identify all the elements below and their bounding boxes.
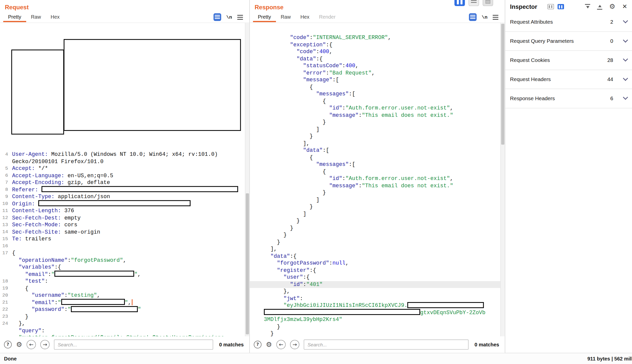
- redaction-box: [42, 186, 238, 192]
- code-line: ]: [250, 126, 505, 133]
- http-message-editor: Request Pretty Raw Hex \n fuZ04fNeZPoLre…: [0, 0, 632, 364]
- word-wrap-toggle-icon[interactable]: [469, 13, 476, 21]
- gear-icon[interactable]: ⚙: [609, 3, 615, 10]
- code-line: {: [250, 84, 505, 91]
- line-number: [0, 334, 11, 336]
- response-scrollbar[interactable]: [500, 23, 505, 336]
- line-number: 14: [0, 229, 11, 236]
- collapse-all-icon[interactable]: [585, 4, 590, 9]
- code-line: "id":"Auth.form.error.user.not-exist",: [250, 105, 505, 112]
- inspector-view-filled-icon[interactable]: [557, 4, 564, 9]
- code-line: ]: [250, 210, 505, 217]
- request-scrollbar[interactable]: [245, 23, 250, 336]
- code-line: }: [250, 119, 505, 126]
- code-line: "statusCode":400,: [250, 62, 505, 69]
- line-number: [0, 158, 11, 165]
- inspector-view-outline-icon[interactable]: [547, 4, 554, 9]
- redaction-box: [55, 271, 134, 277]
- help-icon[interactable]: ?: [254, 341, 261, 348]
- inspector-section-label: Request Cookies: [510, 57, 600, 63]
- code-line: }: [250, 133, 505, 140]
- code-line: "query":: [0, 327, 249, 334]
- code-line: "operationName":"forgotPassword",: [0, 257, 249, 264]
- response-search-input[interactable]: [304, 340, 469, 350]
- redaction-box: [64, 39, 241, 131]
- inspector-header-tools: ⚙ ✕: [585, 3, 627, 10]
- request-editor[interactable]: fuZ04fNeZPoLreq CGhxmOoQ8WXmtL4 4User-Ag…: [0, 23, 249, 336]
- inspector-sections: Request Attributes2Request Query Paramet…: [505, 13, 632, 108]
- line-number: 23: [0, 313, 11, 320]
- code-line: ],: [250, 246, 505, 253]
- expand-all-icon[interactable]: [597, 4, 602, 9]
- layout-single-icon[interactable]: [483, 0, 493, 6]
- response-tab-pretty[interactable]: Pretty: [253, 12, 276, 22]
- search-next-button[interactable]: →: [40, 340, 50, 349]
- text-cursor: [132, 300, 132, 306]
- close-icon[interactable]: ✕: [622, 4, 627, 10]
- code-line: }: [250, 217, 505, 225]
- response-scrollbar-thumb[interactable]: [501, 24, 504, 144]
- code-line: "jwt":: [250, 295, 505, 302]
- line-number: 20: [0, 292, 11, 299]
- response-tab-hex[interactable]: Hex: [296, 12, 314, 22]
- inspector-section-count: 0: [600, 38, 613, 44]
- search-prev-button[interactable]: ←: [276, 340, 286, 349]
- request-tab-hex[interactable]: Hex: [46, 12, 64, 22]
- code-line: 10Origin:: [0, 200, 249, 207]
- inspector-section-label: Request Query Parameters: [510, 38, 600, 44]
- show-newlines-toggle[interactable]: \n: [482, 14, 487, 20]
- response-tab-tools: \n: [469, 13, 502, 21]
- code-line: 17{: [0, 250, 249, 257]
- code-line: 22 "password":"": [0, 306, 249, 313]
- word-wrap-toggle-icon[interactable]: [213, 13, 221, 21]
- code-line: 18 "test":: [0, 278, 249, 285]
- inspector-section-request-cookies[interactable]: Request Cookies28: [505, 51, 632, 70]
- code-line: }: [250, 323, 505, 330]
- inspector-section-request-attributes[interactable]: Request Attributes2: [505, 13, 632, 32]
- code-line: "messages":[: [250, 161, 505, 168]
- code-line: }: [250, 232, 505, 239]
- inspector-section-response-headers[interactable]: Response Headers6: [505, 89, 632, 108]
- show-newlines-toggle[interactable]: \n: [226, 14, 232, 20]
- code-line: "user":{: [250, 274, 505, 281]
- gear-icon[interactable]: ⚙: [266, 341, 272, 348]
- code-line: }: [250, 239, 505, 246]
- line-number: 22: [0, 306, 11, 313]
- inspector-section-request-headers[interactable]: Request Headers44: [505, 70, 632, 89]
- code-line: 7Accept-Encoding: gzip, deflate: [0, 179, 249, 186]
- help-icon[interactable]: ?: [4, 341, 12, 348]
- request-tab-pretty[interactable]: Pretty: [3, 12, 26, 22]
- code-line: Gecko/20100101 Firefox/101.0: [0, 158, 249, 165]
- response-tab-raw[interactable]: Raw: [276, 12, 295, 22]
- request-panel: Request Pretty Raw Hex \n fuZ04fNeZPoLre…: [0, 0, 250, 353]
- code-line: 3MDlfjx3mzwL39ybHp2Krs4": [250, 316, 505, 323]
- redaction-box: [71, 306, 138, 312]
- request-tab-raw[interactable]: Raw: [26, 12, 46, 22]
- code-line: "register":{: [250, 267, 505, 274]
- layout-columns-icon[interactable]: [454, 0, 465, 6]
- line-number: 6: [0, 172, 11, 179]
- search-next-button[interactable]: →: [290, 340, 299, 349]
- layout-rows-icon[interactable]: [469, 0, 479, 6]
- search-prev-button[interactable]: ←: [27, 340, 36, 349]
- editor-menu-icon[interactable]: [493, 15, 498, 19]
- gear-icon[interactable]: ⚙: [16, 341, 22, 348]
- code-line: "forgotPassword":null,: [250, 260, 505, 267]
- code-line: "mutation forgotPassword($email: String!…: [0, 334, 249, 336]
- response-tab-render[interactable]: Render: [314, 12, 340, 22]
- line-number: [0, 257, 11, 264]
- line-number: [0, 327, 11, 334]
- code-line: 9Content-Type: application/json: [0, 193, 249, 200]
- response-editor[interactable]: "code":"INTERNAL_SERVER_ERROR", "excepti…: [250, 23, 505, 336]
- request-scrollbar-thumb[interactable]: [246, 193, 249, 334]
- code-line: {: [250, 154, 505, 161]
- inspector-section-label: Request Attributes: [510, 19, 600, 25]
- editor-menu-icon[interactable]: [237, 15, 243, 19]
- inspector-section-request-query-parameters[interactable]: Request Query Parameters0: [505, 32, 632, 51]
- request-searchbar: ? ⚙ ← → 0 matches: [0, 336, 249, 353]
- code-line: {: [250, 98, 505, 105]
- request-panel-title: Request: [0, 0, 249, 12]
- request-search-input[interactable]: [54, 340, 213, 350]
- request-redacted-region: fuZ04fNeZPoLreq CGhxmOoQ8WXmtL4: [0, 37, 249, 137]
- code-line: "data":{: [250, 55, 505, 62]
